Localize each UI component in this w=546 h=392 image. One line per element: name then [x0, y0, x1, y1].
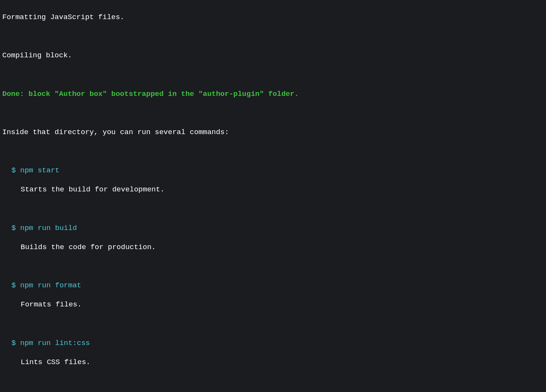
command-item: $ npm run format [2, 281, 544, 290]
status-line: Formatting JavaScript files. [2, 13, 544, 22]
command-description: Lints CSS files. [2, 358, 544, 367]
blank-line [2, 204, 544, 214]
command-description: Starts the build for development. [2, 185, 544, 194]
blank-line [2, 109, 544, 118]
status-line: Compiling block. [2, 51, 544, 60]
prompt-dollar: $ [11, 339, 20, 347]
blank-line [2, 319, 544, 329]
intro-text: Inside that directory, you can run sever… [2, 128, 544, 137]
blank-line [2, 377, 544, 386]
prompt-dollar: $ [11, 281, 20, 290]
command-text: npm run build [20, 224, 77, 232]
prompt-dollar: $ [11, 224, 20, 232]
command-item: $ npm run build [2, 224, 544, 233]
command-text: npm run lint:css [20, 339, 90, 347]
blank-line [2, 147, 544, 156]
prompt-dollar: $ [11, 166, 20, 175]
terminal-output[interactable]: Formatting JavaScript files. Compiling b… [2, 3, 544, 392]
command-item: $ npm start [2, 166, 544, 175]
blank-line [2, 70, 544, 80]
command-description: Builds the code for production. [2, 243, 544, 252]
command-text: npm run format [20, 281, 81, 290]
command-description: Formats files. [2, 300, 544, 309]
blank-line [2, 32, 544, 41]
blank-line [2, 262, 544, 271]
done-message: Done: block "Author box" bootstrapped in… [2, 89, 544, 99]
command-item: $ npm run lint:css [2, 339, 544, 348]
command-text: npm start [20, 166, 60, 175]
